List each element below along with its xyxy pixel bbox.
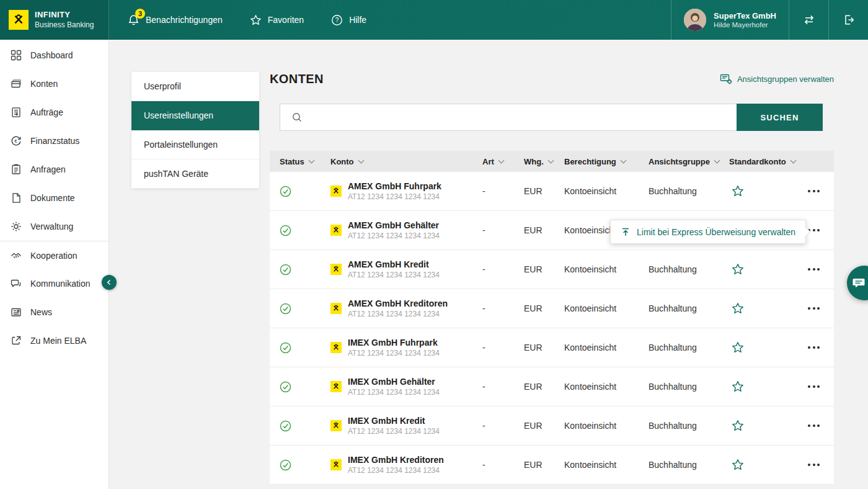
account-name: IMEX GmbH Gehälter bbox=[348, 376, 440, 387]
help-button[interactable]: ? Hilfe bbox=[317, 0, 380, 40]
permission-cell: Kontoeinsicht bbox=[554, 343, 639, 352]
favorites-button[interactable]: Favoriten bbox=[236, 0, 317, 40]
account-iban: AT12 1234 1234 1234 1234 bbox=[348, 349, 440, 359]
view-group-cell: Buchhaltung bbox=[639, 382, 719, 392]
account-cell: IMEX GmbH Fuhrpark AT12 1234 1234 1234 1… bbox=[321, 337, 472, 359]
status-cell bbox=[270, 459, 321, 471]
row-actions-menu-button[interactable] bbox=[794, 385, 834, 388]
status-ok-icon bbox=[280, 459, 321, 471]
table-row: IMEX GmbH Kredit AT12 1234 1234 1234 123… bbox=[270, 406, 834, 446]
switch-user-button[interactable] bbox=[789, 0, 828, 40]
help-label: Hilfe bbox=[349, 15, 366, 25]
sidebar-item-anfragen[interactable]: Anfragen bbox=[0, 155, 108, 184]
manage-view-groups-link[interactable]: Ansichtsgruppen verwalten bbox=[720, 73, 834, 85]
submenu-item-pushtan-geraete[interactable]: pushTAN Geräte bbox=[131, 159, 259, 189]
sidebar-item-label: Kommunikation bbox=[30, 279, 91, 289]
sidebar-item-finanzstatus[interactable]: € Finanzstatus bbox=[0, 127, 108, 155]
sidebar-item-dashboard[interactable]: Dashboard bbox=[0, 41, 108, 70]
row-actions-menu-button[interactable] bbox=[794, 268, 834, 271]
permission-cell: Kontoeinsicht bbox=[554, 264, 639, 274]
content: KONTEN Ansichtsgruppen verwalten bbox=[270, 72, 834, 485]
table-row: AMEX GmbH Kreditoren AT12 1234 1234 1234… bbox=[270, 289, 834, 328]
logout-button[interactable] bbox=[828, 0, 868, 40]
column-header-whg[interactable]: Whg. bbox=[514, 157, 554, 166]
column-header-berechtigung[interactable]: Berechtigung bbox=[554, 157, 639, 166]
view-group-cell: Buchhaltung bbox=[639, 460, 719, 470]
sidebar-item-verwaltung[interactable]: Verwaltung bbox=[0, 212, 108, 241]
star-outline-icon bbox=[732, 459, 794, 471]
row-actions-menu-button[interactable] bbox=[794, 464, 834, 466]
default-account-toggle[interactable] bbox=[719, 185, 794, 197]
star-icon bbox=[250, 14, 262, 26]
column-header-art[interactable]: Art bbox=[472, 157, 514, 166]
account-iban: AT12 1234 1234 1234 1234 bbox=[348, 466, 444, 476]
currency-cell: EUR bbox=[514, 225, 554, 235]
column-header-standardkonto[interactable]: Standardkonto bbox=[719, 157, 794, 166]
account-name: AMEX GmbH Kredit bbox=[348, 259, 440, 270]
submenu-item-label: pushTAN Geräte bbox=[144, 169, 208, 179]
sidebar-item-zu-mein-elba[interactable]: Zu Mein ELBA bbox=[0, 326, 108, 355]
table-row: IMEX GmbH Kreditoren AT12 1234 1234 1234… bbox=[270, 446, 834, 485]
view-group-cell: Buchhaltung bbox=[639, 343, 719, 352]
accounts-icon bbox=[11, 78, 22, 89]
column-header-ansichtsgruppe[interactable]: Ansichtsgruppe bbox=[639, 157, 719, 166]
sidebar-item-news[interactable]: News bbox=[0, 298, 108, 326]
search-button[interactable]: SUCHEN bbox=[737, 104, 823, 131]
submenu-item-portaleinstellungen[interactable]: Portaleinstellungen bbox=[131, 130, 259, 159]
view-groups-gear-icon bbox=[720, 73, 733, 85]
user-company: SuperTex GmbH bbox=[714, 11, 776, 20]
brand: INFINITY Business Banking bbox=[0, 0, 109, 40]
notifications-button[interactable]: 3 Benachrichtigungen bbox=[114, 0, 236, 40]
column-header-konto[interactable]: Konto bbox=[321, 157, 472, 166]
art-cell: - bbox=[472, 303, 514, 313]
logout-icon bbox=[843, 14, 855, 26]
account-name: IMEX GmbH Kredit bbox=[348, 415, 440, 426]
row-actions-menu-button[interactable] bbox=[794, 346, 834, 349]
submenu-item-usereinstellungen[interactable]: Usereinstellungen bbox=[131, 101, 259, 130]
limit-express-transfer-tooltip[interactable]: Limit bei Express Überweisung verwalten bbox=[610, 220, 806, 244]
main-area: Userprofil Usereinstellungen Portaleinst… bbox=[109, 40, 868, 489]
art-cell: - bbox=[472, 343, 514, 352]
view-group-cell: Buchhaltung bbox=[639, 186, 719, 196]
table-row: IMEX GmbH Gehälter AT12 1234 1234 1234 1… bbox=[270, 367, 834, 406]
default-account-toggle[interactable] bbox=[719, 302, 794, 315]
sidebar-item-label: Dokumente bbox=[30, 193, 75, 203]
column-header-status[interactable]: Status bbox=[270, 157, 321, 166]
user-menu[interactable]: SuperTex GmbH Hilde Mayerhofer bbox=[671, 0, 789, 40]
star-outline-icon bbox=[732, 341, 794, 354]
account-cell: AMEX GmbH Kreditoren AT12 1234 1234 1234… bbox=[321, 298, 472, 320]
sidebar-collapse-button[interactable] bbox=[102, 275, 117, 290]
status-ok-icon bbox=[280, 225, 321, 236]
default-account-toggle[interactable] bbox=[719, 380, 794, 393]
search-input[interactable] bbox=[309, 104, 737, 130]
requests-icon bbox=[11, 164, 22, 175]
finance-status-icon: € bbox=[11, 135, 22, 146]
status-cell bbox=[270, 381, 321, 393]
status-cell bbox=[270, 186, 321, 197]
view-group-cell: Buchhaltung bbox=[639, 264, 719, 274]
default-account-toggle[interactable] bbox=[719, 263, 794, 276]
sidebar-item-dokumente[interactable]: Dokumente bbox=[0, 184, 108, 212]
sidebar: Dashboard Konten Aufträge bbox=[0, 40, 109, 489]
submenu-item-userprofil[interactable]: Userprofil bbox=[131, 72, 259, 101]
sidebar-item-auftraege[interactable]: Aufträge bbox=[0, 98, 108, 127]
sidebar-item-label: Dashboard bbox=[30, 50, 73, 60]
default-account-toggle[interactable] bbox=[719, 341, 794, 354]
default-account-toggle[interactable] bbox=[719, 419, 794, 432]
chevron-down-icon bbox=[358, 157, 364, 163]
currency-cell: EUR bbox=[514, 460, 554, 470]
documents-icon bbox=[11, 192, 22, 204]
row-actions-menu-button[interactable] bbox=[794, 307, 834, 310]
sidebar-item-label: Finanzstatus bbox=[30, 136, 79, 146]
sidebar-item-kooperation[interactable]: Kooperation bbox=[0, 241, 108, 269]
row-actions-menu-button[interactable] bbox=[794, 190, 834, 192]
raiffeisen-account-logo-icon bbox=[330, 303, 342, 314]
row-actions-menu-button[interactable] bbox=[794, 424, 834, 427]
account-iban: AT12 1234 1234 1234 1234 bbox=[348, 427, 440, 437]
view-group-cell: Buchhaltung bbox=[639, 303, 719, 313]
sidebar-item-konten[interactable]: Konten bbox=[0, 70, 108, 98]
default-account-toggle[interactable] bbox=[719, 459, 794, 471]
sidebar-item-kommunikation[interactable]: Kommunikation bbox=[0, 269, 108, 298]
user-name: Hilde Mayerhofer bbox=[714, 21, 776, 29]
account-name: AMEX GmbH Gehälter bbox=[348, 220, 440, 231]
